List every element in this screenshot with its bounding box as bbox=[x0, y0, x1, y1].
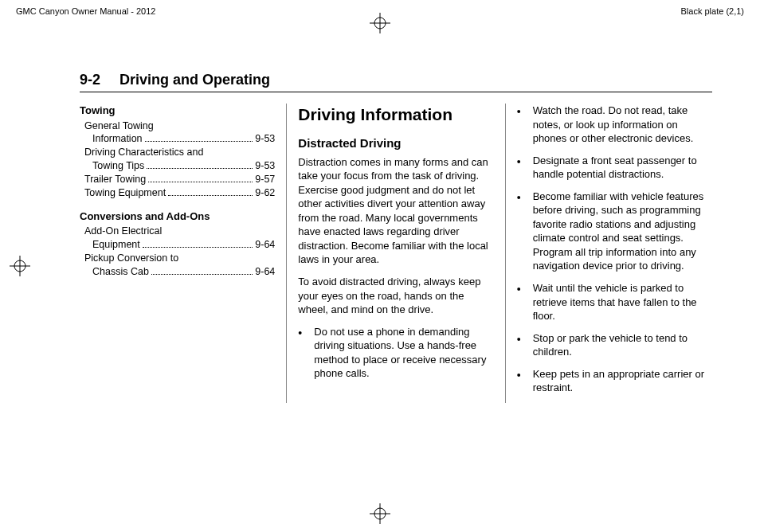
list-item: •Wait until the vehicle is parked to ret… bbox=[517, 281, 712, 323]
toc-list: General Towing Information9-53 Driving C… bbox=[84, 119, 275, 200]
section-title: Driving and Operating bbox=[119, 72, 270, 88]
bullet-icon: • bbox=[517, 190, 533, 273]
doc-title: GMC Canyon Owner Manual - 2012 bbox=[16, 6, 155, 16]
page-body: 9-2 Driving and Operating Towing General… bbox=[0, 16, 760, 419]
registration-mark-icon bbox=[370, 503, 390, 524]
column-right: •Watch the road. Do not read, take notes… bbox=[506, 104, 712, 403]
registration-mark-icon bbox=[10, 256, 30, 276]
list-item: •Watch the road. Do not read, take notes… bbox=[517, 104, 712, 146]
page-number: 9-2 bbox=[80, 72, 100, 88]
plate-label: Black plate (2,1) bbox=[681, 6, 744, 16]
column-toc: Towing General Towing Information9-53 Dr… bbox=[80, 104, 287, 403]
bullet-icon: • bbox=[298, 325, 314, 381]
list-item: •Stop or park the vehicle to tend to chi… bbox=[517, 331, 712, 359]
toc-item: General Towing bbox=[84, 119, 275, 133]
toc-item: Pickup Conversion to bbox=[84, 252, 275, 265]
toc-leader-dots bbox=[143, 247, 253, 248]
list-item: •Do not use a phone in demanding driving… bbox=[298, 325, 493, 381]
bullet-icon: • bbox=[517, 281, 533, 323]
toc-item: Towing Equipment9-62 bbox=[84, 186, 275, 200]
toc-leader-dots bbox=[148, 182, 253, 182]
page-header: 9-2 Driving and Operating bbox=[80, 72, 712, 92]
registration-mark-icon bbox=[370, 13, 390, 33]
toc-heading: Towing bbox=[80, 104, 275, 118]
toc-leader-dots bbox=[145, 141, 253, 142]
article-title: Driving Information bbox=[298, 104, 493, 126]
list-item: •Designate a front seat passenger to han… bbox=[517, 154, 712, 182]
bullet-icon: • bbox=[517, 154, 533, 182]
toc-item: Driving Characteristics and bbox=[84, 146, 275, 159]
bullet-list: •Watch the road. Do not read, take notes… bbox=[517, 104, 712, 395]
toc-heading: Conversions and Add-Ons bbox=[80, 209, 275, 224]
body-paragraph: To avoid distracted driving, always keep… bbox=[298, 275, 493, 317]
toc-leader-dots bbox=[168, 195, 253, 196]
bullet-icon: • bbox=[517, 367, 533, 395]
column-center: Driving Information Distracted Driving D… bbox=[287, 104, 505, 403]
toc-item: Add-On Electrical bbox=[84, 225, 275, 238]
bullet-icon: • bbox=[517, 104, 533, 146]
toc-item: Equipment9-64 bbox=[84, 238, 275, 252]
bullet-list: •Do not use a phone in demanding driving… bbox=[298, 325, 493, 381]
toc-item: Information9-53 bbox=[84, 132, 275, 146]
toc-leader-dots bbox=[147, 168, 253, 169]
body-paragraph: Distraction comes in many forms and can … bbox=[298, 155, 493, 267]
toc-list: Add-On Electrical Equipment9-64 Pickup C… bbox=[84, 225, 275, 279]
toc-leader-dots bbox=[151, 274, 253, 275]
list-item: •Become familiar with vehicle features b… bbox=[517, 190, 712, 273]
list-item: •Keep pets in an appropriate carrier or … bbox=[517, 367, 712, 395]
toc-item: Chassis Cab9-64 bbox=[84, 265, 275, 279]
article-subheading: Distracted Driving bbox=[298, 135, 493, 151]
toc-item: Towing Tips9-53 bbox=[84, 159, 275, 173]
bullet-icon: • bbox=[517, 331, 533, 359]
toc-item: Trailer Towing9-57 bbox=[84, 173, 275, 186]
